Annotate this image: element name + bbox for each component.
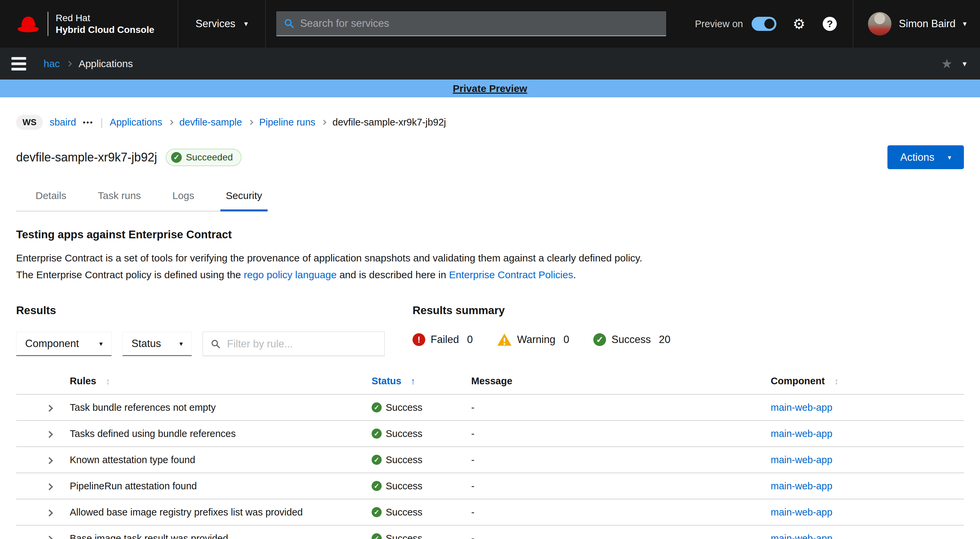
tab-details[interactable]: Details (30, 185, 72, 211)
rule-filter-input[interactable]: Filter by rule... (202, 332, 385, 356)
warning-triangle-icon (497, 333, 512, 346)
tab-logs[interactable]: Logs (167, 185, 200, 211)
section-description: Enterprise Contract is a set of tools fo… (16, 250, 964, 283)
component-link[interactable]: main-web-app (771, 481, 832, 491)
breadcrumb-pipe: | (100, 116, 103, 129)
help-icon[interactable]: ? (823, 17, 837, 31)
tab-security[interactable]: Security (220, 185, 267, 211)
search-icon (210, 339, 221, 349)
description-line1: Enterprise Contract is a set of tools fo… (16, 250, 964, 266)
check-circle-icon: ✓ (593, 333, 606, 346)
workspace-breadcrumb: WS sbaird ••• | Applications devfile-sam… (16, 115, 964, 130)
gear-icon[interactable]: ⚙ (792, 16, 805, 32)
utility-nav: hac Applications ★ ▾ (0, 48, 980, 80)
chevron-right-icon (321, 120, 327, 125)
breadcrumb-link-hac[interactable]: hac (44, 58, 60, 70)
expand-column-header (16, 370, 70, 394)
results-table: Rules ↕ Status ↑ Message Component ↕ (16, 370, 964, 539)
component-link[interactable]: main-web-app (771, 402, 832, 413)
enterprise-contract-policies-link[interactable]: Enterprise Contract Policies (449, 269, 573, 280)
status-filter-dropdown[interactable]: Status ▾ (123, 332, 192, 356)
sort-ascending-icon: ↑ (411, 376, 415, 386)
message-cell: - (471, 447, 771, 473)
warning-count: 0 (563, 333, 569, 346)
user-divider (853, 0, 853, 48)
preview-toggle[interactable] (752, 17, 776, 31)
expand-chevron-icon[interactable] (46, 457, 53, 464)
message-cell: - (471, 499, 771, 525)
message-header-label: Message (471, 376, 512, 386)
description-text: The Enterprise Contract policy is define… (16, 269, 244, 280)
global-search-input[interactable]: Search for services (276, 11, 666, 36)
rule-filter-placeholder: Filter by rule... (227, 338, 293, 350)
check-circle-icon: ✓ (372, 455, 382, 465)
search-icon (283, 18, 295, 29)
caret-down-icon: ▾ (963, 20, 967, 27)
table-header-row: Rules ↕ Status ↑ Message Component ↕ (16, 370, 964, 394)
workspace-link[interactable]: sbaird (49, 117, 76, 128)
masthead-utilities: Preview on ⚙ ? Simon Baird ▾ (695, 0, 980, 48)
sort-icon: ↕ (106, 376, 110, 386)
check-circle-icon: ✓ (372, 429, 382, 439)
check-circle-icon: ✓ (372, 533, 382, 539)
expand-chevron-icon[interactable] (46, 509, 53, 516)
status-column-header[interactable]: Status ↑ (372, 370, 471, 394)
private-preview-link[interactable]: Private Preview (453, 83, 527, 94)
warning-summary: Warning 0 (497, 333, 570, 346)
success-count: 20 (659, 333, 670, 346)
user-name: Simon Baird (899, 18, 956, 30)
tab-task-runs[interactable]: Task runs (92, 185, 146, 211)
status-badge-label: Succeeded (186, 152, 233, 163)
results-summary-counts: ! Failed 0 Warning 0 ✓ (412, 333, 964, 346)
services-menu[interactable]: Services ▾ (178, 0, 266, 48)
workspace-options-icon[interactable]: ••• (83, 118, 94, 127)
page-header: devfile-sample-xr9k7-jb92j ✓ Succeeded A… (16, 145, 964, 169)
rule-cell: Task bundle references not empty (70, 394, 372, 421)
status-label: Success (386, 481, 423, 492)
expand-chevron-icon[interactable] (46, 483, 53, 490)
actions-button[interactable]: Actions ▾ (888, 145, 964, 169)
breadcrumb-link-applications[interactable]: Applications (110, 117, 162, 128)
component-link[interactable]: main-web-app (771, 533, 832, 539)
component-filter-label: Component (25, 338, 79, 350)
expand-chevron-icon[interactable] (46, 431, 53, 438)
caret-down-icon: ▾ (948, 154, 951, 161)
rules-column-header[interactable]: Rules ↕ (70, 370, 372, 394)
success-label: Success (611, 333, 651, 346)
warning-label: Warning (517, 333, 555, 346)
component-header-label: Component (771, 376, 825, 386)
breadcrumb-link-pipeline-runs[interactable]: Pipeline runs (259, 117, 316, 128)
actions-label: Actions (900, 151, 934, 163)
breadcrumb-current: Applications (78, 58, 133, 70)
component-link[interactable]: main-web-app (771, 507, 832, 518)
table-row: Base image task result was provided ✓Suc… (16, 525, 964, 539)
results-filters-panel: Results Component ▾ Status ▾ (16, 304, 412, 356)
expand-chevron-icon[interactable] (46, 404, 53, 411)
check-circle-icon: ✓ (171, 152, 182, 163)
favorite-star-icon[interactable]: ★ (941, 56, 953, 71)
breadcrumb-link-devfile-sample[interactable]: devfile-sample (180, 117, 242, 128)
brand[interactable]: Red Hat Hybrid Cloud Console (0, 12, 154, 36)
component-filter-dropdown[interactable]: Component ▾ (16, 332, 112, 356)
message-cell: - (471, 394, 771, 421)
hamburger-menu-icon[interactable] (11, 57, 26, 70)
main-content: WS sbaird ••• | Applications devfile-sam… (0, 115, 980, 539)
status-cell: ✓Success (372, 473, 471, 499)
failed-label: Failed (431, 333, 459, 346)
status-label: Success (386, 533, 423, 539)
results-summary-heading: Results summary (412, 304, 964, 317)
workspace-badge: WS (16, 115, 43, 130)
page: Red Hat Hybrid Cloud Console Services ▾ … (0, 0, 980, 539)
table-row: Tasks defined using bundle references ✓S… (16, 421, 964, 447)
component-link[interactable]: main-web-app (771, 454, 832, 465)
results-section: Results Component ▾ Status ▾ (16, 304, 964, 356)
component-link[interactable]: main-web-app (771, 428, 832, 439)
user-menu[interactable]: Simon Baird ▾ (868, 12, 967, 35)
rego-policy-language-link[interactable]: rego policy language (244, 269, 337, 280)
masthead: Red Hat Hybrid Cloud Console Services ▾ … (0, 0, 980, 48)
component-column-header[interactable]: Component ↕ (771, 370, 964, 394)
results-summary-panel: Results summary ! Failed 0 Warning (412, 304, 964, 356)
check-circle-icon: ✓ (372, 507, 382, 517)
caret-down-icon[interactable]: ▾ (963, 60, 967, 68)
expand-chevron-icon[interactable] (46, 535, 53, 539)
